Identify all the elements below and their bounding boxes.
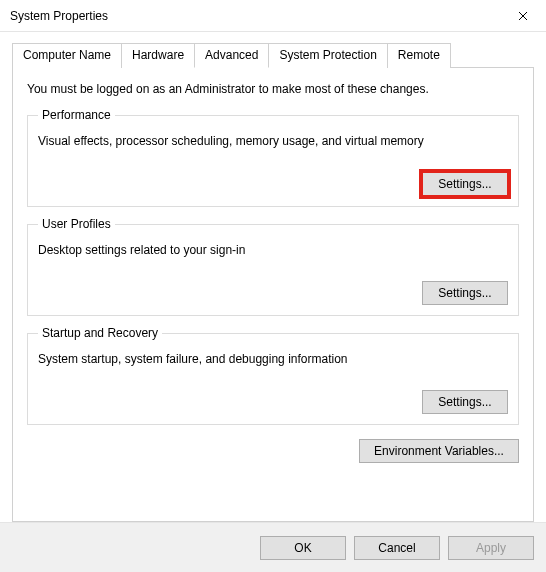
- startup-recovery-settings-button[interactable]: Settings...: [422, 390, 508, 414]
- tab-advanced[interactable]: Advanced: [194, 43, 269, 68]
- content-area: Computer Name Hardware Advanced System P…: [0, 32, 546, 522]
- admin-notice: You must be logged on as an Administrato…: [27, 82, 519, 96]
- user-profiles-legend: User Profiles: [38, 217, 115, 231]
- startup-recovery-button-row: Settings...: [38, 390, 508, 414]
- performance-legend: Performance: [38, 108, 115, 122]
- env-row: Environment Variables...: [27, 435, 519, 463]
- startup-recovery-legend: Startup and Recovery: [38, 326, 162, 340]
- user-profiles-group: User Profiles Desktop settings related t…: [27, 217, 519, 316]
- performance-desc: Visual effects, processor scheduling, me…: [38, 134, 508, 148]
- system-properties-window: System Properties Computer Name Hardware…: [0, 0, 546, 572]
- window-title: System Properties: [10, 9, 500, 23]
- startup-recovery-group: Startup and Recovery System startup, sys…: [27, 326, 519, 425]
- tab-hardware[interactable]: Hardware: [121, 43, 195, 68]
- apply-button[interactable]: Apply: [448, 536, 534, 560]
- startup-recovery-desc: System startup, system failure, and debu…: [38, 352, 508, 366]
- tab-system-protection[interactable]: System Protection: [268, 43, 387, 68]
- performance-button-row: Settings...: [38, 172, 508, 196]
- user-profiles-settings-button[interactable]: Settings...: [422, 281, 508, 305]
- ok-button[interactable]: OK: [260, 536, 346, 560]
- close-icon: [518, 11, 528, 21]
- user-profiles-button-row: Settings...: [38, 281, 508, 305]
- performance-group: Performance Visual effects, processor sc…: [27, 108, 519, 207]
- user-profiles-desc: Desktop settings related to your sign-in: [38, 243, 508, 257]
- environment-variables-button[interactable]: Environment Variables...: [359, 439, 519, 463]
- close-button[interactable]: [500, 0, 546, 32]
- dialog-footer: OK Cancel Apply: [0, 522, 546, 572]
- tab-panel-advanced: You must be logged on as an Administrato…: [12, 67, 534, 522]
- tab-remote[interactable]: Remote: [387, 43, 451, 68]
- tab-strip: Computer Name Hardware Advanced System P…: [12, 42, 534, 67]
- cancel-button[interactable]: Cancel: [354, 536, 440, 560]
- performance-settings-button[interactable]: Settings...: [422, 172, 508, 196]
- titlebar: System Properties: [0, 0, 546, 32]
- tab-computer-name[interactable]: Computer Name: [12, 43, 122, 68]
